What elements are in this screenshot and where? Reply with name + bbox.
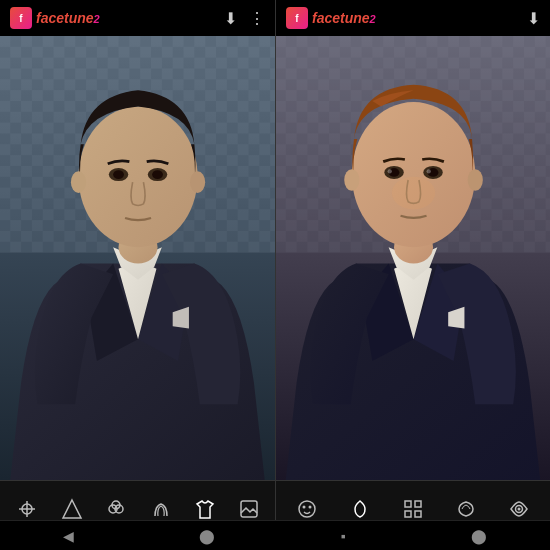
left-photo: [0, 36, 275, 480]
right-logo-text: facetune2: [312, 10, 376, 26]
reshape-icon: [401, 497, 425, 521]
svg-point-10: [152, 170, 163, 179]
right-logo: f facetune2: [286, 7, 376, 29]
left-photo-area: [0, 36, 275, 480]
details-icon: [60, 497, 84, 521]
left-header: f facetune2 ⬇ ⋮: [0, 0, 275, 36]
nav-square[interactable]: ▪: [341, 528, 346, 544]
left-man-figure: [0, 36, 275, 480]
hair-icon: [149, 497, 173, 521]
svg-point-34: [392, 177, 435, 209]
right-download-icon[interactable]: ⬇: [527, 9, 540, 28]
svg-point-37: [308, 506, 311, 509]
nav-circle[interactable]: ⬤: [199, 528, 215, 544]
nav-back[interactable]: ◀: [63, 528, 74, 544]
svg-point-31: [427, 169, 431, 173]
svg-marker-14: [63, 500, 81, 518]
svg-rect-41: [415, 511, 421, 517]
right-man-figure: [276, 36, 550, 480]
svg-point-35: [299, 501, 315, 517]
svg-rect-18: [241, 501, 257, 517]
svg-point-25: [352, 102, 475, 247]
clothes-icon: [193, 497, 217, 521]
right-header: f facetune2 ⬇: [276, 0, 550, 36]
svg-rect-38: [405, 501, 411, 507]
svg-point-43: [518, 508, 521, 511]
svg-point-36: [302, 506, 305, 509]
right-logo-icon: f: [286, 7, 308, 29]
face-icon: [295, 497, 319, 521]
svg-rect-40: [405, 511, 411, 517]
svg-rect-39: [415, 501, 421, 507]
nav-home[interactable]: ⬤: [471, 528, 487, 544]
left-header-icons: ⬇ ⋮: [224, 9, 265, 28]
svg-point-9: [113, 170, 124, 179]
right-panel: f facetune2 ⬇: [275, 0, 550, 550]
touchup-icon: [15, 497, 39, 521]
more-icon[interactable]: ⋮: [249, 9, 265, 28]
logo-text: facetune2: [36, 10, 100, 26]
app-container: f facetune2 ⬇ ⋮: [0, 0, 550, 550]
download-icon[interactable]: ⬇: [224, 9, 237, 28]
svg-point-11: [71, 171, 86, 193]
svg-point-30: [388, 169, 392, 173]
svg-point-32: [344, 169, 359, 191]
right-header-icons: ⬇: [527, 9, 540, 28]
logo-icon: f: [10, 7, 32, 29]
eyes-icon: [507, 497, 531, 521]
nav-bar: ◀ ⬤ ▪ ⬤: [0, 520, 550, 550]
whiten-icon: [454, 497, 478, 521]
svg-point-12: [190, 171, 205, 193]
svg-point-6: [78, 106, 197, 247]
svg-point-33: [468, 169, 483, 191]
backdrop-icon: [237, 497, 261, 521]
left-logo: f facetune2: [10, 7, 100, 29]
left-panel: f facetune2 ⬇ ⋮: [0, 0, 275, 550]
smooth-icon: [348, 497, 372, 521]
filters-icon: [104, 497, 128, 521]
right-photo: [276, 36, 550, 480]
right-photo-area: [276, 36, 550, 480]
